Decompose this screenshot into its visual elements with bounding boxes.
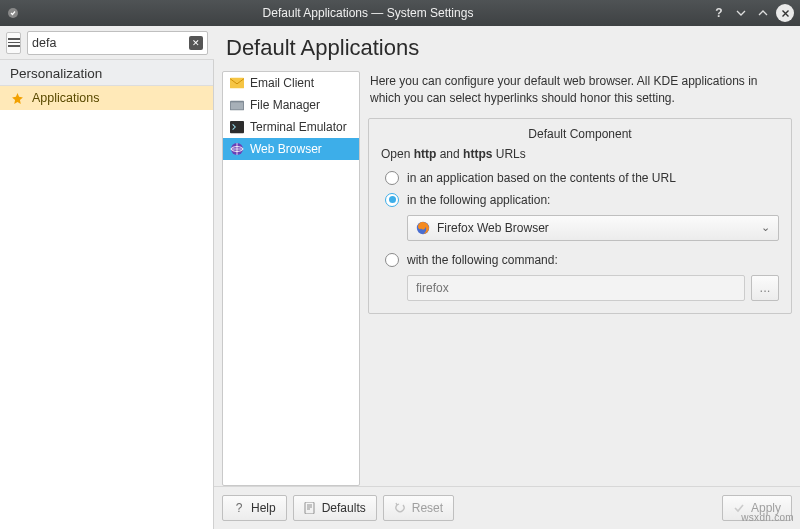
titlebar-help-icon[interactable]: ?	[710, 4, 728, 22]
star-icon	[10, 91, 24, 105]
radio-label: in the following application:	[407, 193, 550, 207]
component-label: Terminal Emulator	[250, 120, 347, 134]
sidebar-item-applications[interactable]: Applications	[0, 86, 213, 110]
radio-content-based[interactable]: in an application based on the contents …	[381, 167, 779, 189]
terminal-icon	[230, 120, 244, 134]
titlebar-close-icon[interactable]	[776, 4, 794, 22]
browse-command-button[interactable]: ...	[751, 275, 779, 301]
page-title: Default Applications	[214, 26, 800, 71]
window-titlebar: Default Applications — System Settings ?	[0, 0, 800, 26]
sidebar-section-header: Personalization	[0, 60, 213, 86]
firefox-icon	[416, 221, 430, 235]
svg-rect-1	[230, 78, 244, 89]
combobox-label: Firefox Web Browser	[437, 221, 549, 235]
component-label: File Manager	[250, 98, 320, 112]
component-detail: Here you can configure your default web …	[368, 71, 792, 486]
open-urls-label: Open http and https URLs	[381, 147, 779, 161]
svg-rect-8	[305, 502, 314, 514]
component-item-terminal[interactable]: Terminal Emulator	[223, 116, 359, 138]
component-item-webbrowser[interactable]: Web Browser	[223, 138, 359, 160]
svg-rect-3	[231, 102, 243, 109]
radio-label: in an application based on the contents …	[407, 171, 676, 185]
undo-icon	[394, 502, 406, 514]
window-title: Default Applications — System Settings	[26, 6, 710, 20]
search-field-wrap: ✕	[27, 31, 208, 55]
chevron-down-icon: ⌄	[761, 221, 770, 234]
component-item-email[interactable]: Email Client	[223, 72, 359, 94]
radio-following-command[interactable]: with the following command:	[381, 249, 779, 271]
search-input[interactable]	[32, 36, 189, 50]
component-list: Email Client File Manager Terminal Emula…	[222, 71, 360, 486]
help-button[interactable]: ? Help	[222, 495, 287, 521]
component-label: Web Browser	[250, 142, 322, 156]
titlebar-maximize-icon[interactable]	[754, 4, 772, 22]
dialog-button-row: ? Help Defaults Reset Apply	[214, 486, 800, 529]
radio-following-app[interactable]: in the following application:	[381, 189, 779, 211]
component-label: Email Client	[250, 76, 314, 90]
svg-rect-4	[230, 121, 244, 133]
radio-icon	[385, 193, 399, 207]
component-item-filemanager[interactable]: File Manager	[223, 94, 359, 116]
sidebar: Personalization Applications	[0, 60, 214, 529]
defaults-button[interactable]: Defaults	[293, 495, 377, 521]
document-icon	[304, 502, 316, 514]
default-component-group: Default Component Open http and https UR…	[368, 118, 792, 314]
clear-search-icon[interactable]: ✕	[189, 36, 203, 50]
command-input	[407, 275, 745, 301]
reset-button[interactable]: Reset	[383, 495, 454, 521]
mail-icon	[230, 76, 244, 90]
app-icon	[6, 6, 20, 20]
folder-icon	[230, 98, 244, 112]
radio-label: with the following command:	[407, 253, 558, 267]
radio-icon	[385, 253, 399, 267]
sidebar-item-label: Applications	[32, 91, 99, 105]
watermark: wsxdn.com	[741, 512, 794, 523]
menu-button[interactable]	[6, 32, 21, 54]
search-row: ✕	[0, 26, 214, 60]
titlebar-minimize-icon[interactable]	[732, 4, 750, 22]
browser-combobox[interactable]: Firefox Web Browser ⌄	[407, 215, 779, 241]
main-panel: Default Applications Email Client File M…	[214, 26, 800, 529]
group-legend: Default Component	[381, 127, 779, 141]
globe-icon	[230, 142, 244, 156]
help-icon: ?	[233, 502, 245, 514]
radio-icon	[385, 171, 399, 185]
component-description: Here you can configure your default web …	[368, 71, 792, 112]
